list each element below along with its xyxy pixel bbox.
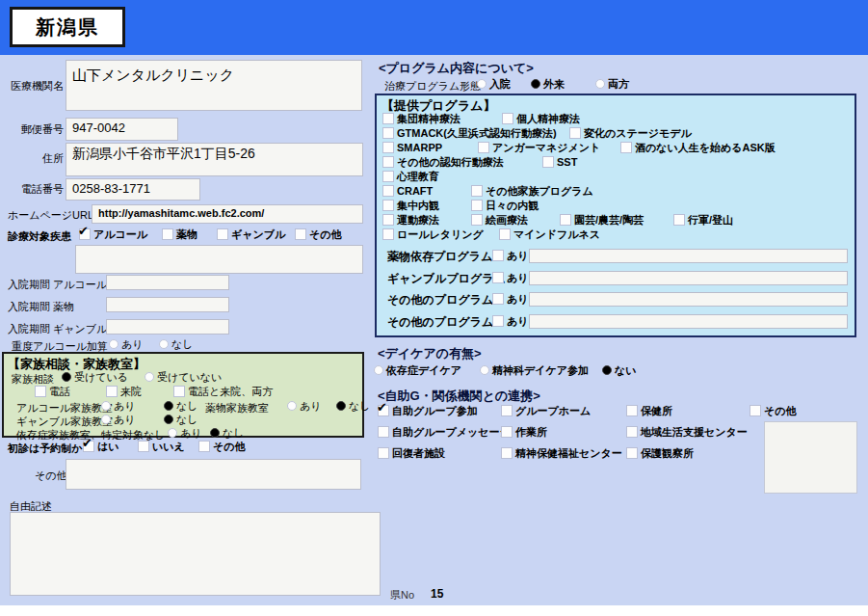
program-checkbox[interactable]: 酒のない人生を始めるASK版 [620, 142, 776, 153]
other-program-checkbox-2[interactable]: あり [492, 315, 529, 327]
radio-icon[interactable] [101, 401, 111, 411]
program-checkbox[interactable]: ロールレタリング [382, 228, 484, 240]
checkbox-icon[interactable] [673, 214, 685, 226]
program-checkbox[interactable]: マインドフルネス [499, 228, 600, 240]
drug-program-field[interactable] [529, 249, 848, 263]
collab-checkbox[interactable]: 回復者施設 [378, 447, 445, 459]
program-checkbox[interactable]: 運動療法 [382, 214, 439, 226]
checkbox-icon[interactable] [492, 250, 504, 261]
program-checkbox[interactable]: CRAFT [382, 185, 433, 197]
checkbox-icon[interactable] [162, 228, 173, 240]
checkbox-icon[interactable] [620, 142, 632, 153]
checkbox-icon[interactable] [626, 447, 638, 459]
family-method-visit[interactable]: 来院 [106, 386, 142, 397]
checkbox-icon[interactable] [378, 405, 389, 416]
program-checkbox[interactable]: 日々の内観 [471, 200, 539, 211]
checkbox-icon[interactable] [471, 214, 483, 226]
drug-program-checkbox[interactable]: あり [492, 250, 529, 261]
checkbox-icon[interactable] [542, 156, 554, 168]
radio-icon[interactable] [101, 415, 111, 424]
radio-icon[interactable] [531, 79, 540, 89]
daycare-radio-psychiatric[interactable]: 精神科デイケア参加 [480, 364, 589, 376]
checkbox-icon[interactable] [569, 127, 581, 139]
disease-detail-field[interactable] [75, 245, 363, 274]
checkbox-icon[interactable] [501, 447, 513, 459]
hosp-gamble-field[interactable] [106, 319, 229, 335]
checkbox-icon[interactable] [382, 185, 394, 197]
disease-checkbox-alcohol[interactable]: アルコール [79, 228, 147, 240]
checkbox-icon[interactable] [79, 228, 91, 240]
family-consult-radio-no[interactable]: 受けていない [145, 371, 222, 383]
reservation-checkbox-yes[interactable]: はい [83, 441, 119, 452]
other-program-checkbox-1[interactable]: あり [492, 293, 529, 305]
collab-other-note-area[interactable] [764, 421, 857, 494]
radio-icon[interactable] [210, 428, 220, 438]
checkbox-icon[interactable] [471, 185, 483, 197]
radio-icon[interactable] [477, 79, 487, 89]
program-form-radio-both[interactable]: 両方 [595, 78, 629, 90]
radio-icon[interactable] [168, 428, 177, 438]
disease-checkbox-drug[interactable]: 薬物 [162, 228, 197, 240]
checkbox-icon[interactable] [501, 426, 513, 438]
program-checkbox[interactable]: GTMACK(久里浜式認知行動療法) [382, 127, 557, 139]
program-checkbox[interactable]: 個人精神療法 [502, 113, 580, 124]
checkbox-icon[interactable] [502, 113, 513, 124]
checkbox-icon[interactable] [83, 441, 94, 452]
family-method-both[interactable]: 電話と来院、両方 [173, 386, 273, 397]
family-consult-radio-yes[interactable]: 受けている [62, 371, 128, 383]
program-form-radio-outpatient[interactable]: 外来 [531, 78, 565, 90]
collab-checkbox[interactable]: 保護観察所 [626, 447, 694, 459]
radio-icon[interactable] [602, 365, 612, 375]
collab-checkbox[interactable]: 精神保健福祉センター [501, 447, 622, 459]
family-general-radio-ari[interactable]: あり [168, 427, 202, 439]
collab-checkbox[interactable]: 保健所 [626, 405, 672, 416]
address-field[interactable]: 新潟県小千谷市平沢1丁目5-26 [66, 143, 363, 176]
hosp-drug-field[interactable] [106, 297, 229, 312]
checkbox-icon[interactable] [295, 228, 306, 240]
checkbox-icon[interactable] [378, 447, 389, 459]
family-gamble-radio-nashi[interactable]: なし [164, 414, 198, 425]
checkbox-icon[interactable] [173, 386, 185, 397]
checkbox-icon[interactable] [382, 171, 394, 182]
family-gamble-radio-ari[interactable]: あり [101, 414, 136, 425]
daycare-radio-addiction[interactable]: 依存症デイケア [374, 364, 461, 376]
checkbox-icon[interactable] [471, 200, 483, 211]
radio-icon[interactable] [109, 339, 118, 349]
radio-icon[interactable] [159, 339, 169, 349]
program-checkbox[interactable]: アンガーマネジメント [478, 142, 600, 153]
family-drug-radio-nashi[interactable]: なし [336, 400, 371, 412]
checkbox-icon[interactable] [478, 142, 489, 153]
gamble-program-field[interactable] [529, 271, 848, 285]
radio-icon[interactable] [164, 401, 173, 411]
checkbox-icon[interactable] [106, 386, 118, 397]
checkbox-icon[interactable] [560, 214, 571, 226]
radio-icon[interactable] [595, 79, 605, 89]
free-text-area[interactable] [10, 512, 381, 596]
checkbox-icon[interactable] [501, 405, 513, 416]
other-field[interactable] [66, 459, 361, 490]
collab-checkbox[interactable]: 自助グループメッセージ [378, 426, 511, 438]
phone-field[interactable]: 0258-83-1771 [66, 178, 200, 201]
program-checkbox[interactable]: 絵画療法 [471, 214, 528, 226]
postal-code-field[interactable]: 947-0042 [66, 118, 178, 141]
family-alcohol-radio-ari[interactable]: あり [101, 400, 136, 412]
checkbox-icon[interactable] [382, 200, 394, 211]
disease-checkbox-gamble[interactable]: ギャンブル [217, 228, 285, 240]
family-method-phone[interactable]: 電話 [35, 386, 70, 397]
daycare-radio-none[interactable]: ない [602, 364, 637, 376]
collab-checkbox[interactable]: その他 [750, 405, 797, 416]
checkbox-icon[interactable] [492, 315, 504, 327]
checkbox-icon[interactable] [382, 228, 394, 240]
checkbox-icon[interactable] [382, 127, 394, 139]
other-program-field-2[interactable] [529, 314, 848, 329]
disease-checkbox-other[interactable]: その他 [295, 228, 342, 240]
radio-icon[interactable] [480, 365, 489, 375]
radio-icon[interactable] [336, 401, 346, 411]
homepage-url-field[interactable]: http://yamashitamc.web.fc2.com/ [92, 204, 363, 224]
checkbox-icon[interactable] [626, 426, 638, 438]
collab-checkbox[interactable]: 作業所 [501, 426, 547, 438]
checkbox-icon[interactable] [217, 228, 228, 240]
hosp-alcohol-field[interactable] [106, 275, 229, 290]
program-checkbox[interactable]: SMARPP [382, 142, 442, 153]
program-checkbox[interactable]: その他の認知行動療法 [382, 156, 504, 168]
